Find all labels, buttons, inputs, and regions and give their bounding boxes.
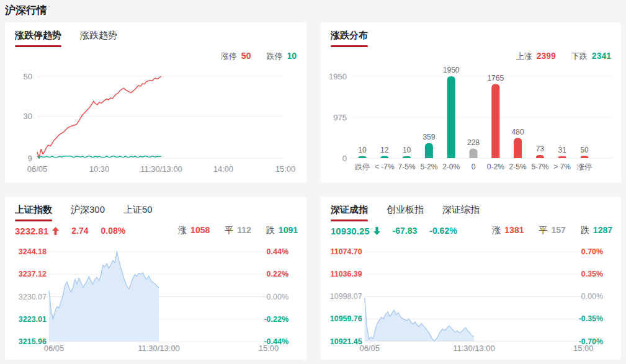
svg-text:10: 10	[358, 146, 367, 154]
svg-text:0.22%: 0.22%	[267, 270, 288, 278]
svg-text:1950: 1950	[329, 72, 347, 81]
tab-distribution[interactable]: 涨跌分布	[331, 30, 368, 47]
tab-szse-composite[interactable]: 深证综指	[442, 204, 480, 221]
tab-label: 上证50	[123, 204, 153, 215]
szse-change: -67.83	[393, 226, 418, 236]
tab-sse50[interactable]: 上证50	[123, 204, 153, 221]
svg-text:跌停: 跌停	[355, 162, 370, 171]
limit-down-label: 跌停	[266, 51, 282, 62]
svg-text:10921.45: 10921.45	[330, 337, 362, 346]
svg-text:06/05: 06/05	[27, 164, 48, 174]
svg-text:5-7%: 5-7%	[531, 162, 548, 171]
svg-text:0: 0	[472, 162, 476, 171]
svg-text:0-2%: 0-2%	[487, 162, 504, 171]
szse-stats-row: 10930.25 -67.83 -0.62% 涨 1381 平 157	[331, 225, 612, 236]
sse-change: 2.74	[71, 226, 88, 236]
svg-text:-0.35%: -0.35%	[579, 314, 603, 323]
limit-trend-legend: 涨停 50 跌停 10	[221, 51, 297, 62]
svg-text:10959.76: 10959.76	[330, 314, 362, 323]
svg-text:1765: 1765	[487, 74, 504, 82]
svg-text:1950: 1950	[443, 66, 460, 74]
market-dashboard: 沪深行情 涨跌停趋势 涨跌趋势 涨停 50 跌停 10 5030906/0510…	[0, 0, 626, 364]
svg-text:3237.12: 3237.12	[19, 270, 47, 278]
szse-advancers-count: 涨 1381	[492, 225, 524, 236]
svg-text:10: 10	[403, 146, 411, 154]
svg-text:-0.22%: -0.22%	[264, 315, 288, 324]
tab-label: 深证综指	[442, 204, 480, 215]
szse-change-pct: -0.62%	[429, 226, 457, 236]
svg-text:31: 31	[558, 146, 567, 154]
sse-price: 3232.81	[15, 226, 59, 236]
limit-down-value: 10	[287, 51, 297, 61]
panel-limit-trend: 涨跌停趋势 涨跌趋势 涨停 50 跌停 10 5030906/0510:3011…	[5, 22, 306, 183]
szse-tabs: 深证成指 创业板指 深证综指	[331, 204, 480, 221]
svg-text:480: 480	[512, 128, 524, 136]
decliners-value: 2341	[592, 51, 611, 61]
sse-tabs: 上证指数 沪深300 上证50	[15, 204, 153, 221]
svg-text:14:00: 14:00	[213, 164, 234, 174]
distribution-legend: 上涨 2399 下跌 2341	[516, 51, 611, 62]
up-arrow-icon	[52, 227, 59, 235]
tab-sse-index[interactable]: 上证指数	[15, 204, 52, 221]
svg-text:06/05: 06/05	[359, 344, 379, 353]
tab-label: 创业板指	[387, 204, 424, 215]
svg-text:359: 359	[423, 133, 435, 141]
sse-unchanged-count: 平 112	[225, 225, 251, 236]
distribution-tabs: 涨跌分布	[331, 30, 368, 47]
svg-text:涨停: 涨停	[576, 162, 592, 171]
decliners-label: 下跌	[571, 51, 588, 62]
svg-text:975: 975	[333, 113, 347, 122]
svg-text:7-5%: 7-5%	[398, 162, 416, 171]
limit-up-label: 涨停	[221, 51, 237, 62]
down-arrow-icon	[373, 227, 380, 235]
svg-text:50: 50	[24, 72, 32, 81]
svg-text:10998.07: 10998.07	[330, 292, 362, 301]
limit-up-value: 50	[241, 51, 251, 61]
svg-text:< -7%: < -7%	[375, 162, 395, 171]
svg-text:30: 30	[24, 112, 32, 121]
tab-label: 深证成指	[331, 204, 368, 215]
panel-szse-index: 深证成指 创业板指 深证综指 10930.25 -67.83	[321, 197, 621, 360]
svg-text:11:30/13:00: 11:30/13:00	[138, 344, 180, 353]
tab-label: 上证指数	[15, 204, 52, 215]
svg-text:06/05: 06/05	[44, 344, 65, 353]
page-title: 沪深行情	[5, 3, 47, 17]
svg-text:11:30/13:00: 11:30/13:00	[140, 164, 182, 174]
tab-csi300[interactable]: 沪深300	[71, 204, 105, 221]
svg-text:15:00: 15:00	[259, 344, 279, 353]
svg-text:0.00%: 0.00%	[581, 292, 603, 301]
tab-label: 涨跌分布	[331, 30, 368, 40]
svg-text:50: 50	[580, 146, 589, 154]
svg-text:5-2%: 5-2%	[420, 162, 437, 171]
svg-text:11074.70: 11074.70	[331, 247, 362, 256]
svg-text:73: 73	[536, 144, 545, 153]
svg-text:0.00%: 0.00%	[267, 293, 288, 301]
svg-text:0: 0	[342, 154, 347, 163]
svg-text:11036.39: 11036.39	[331, 270, 362, 278]
limit-trend-tabs: 涨跌停趋势 涨跌趋势	[15, 30, 117, 47]
tab-limit-up-down-trend[interactable]: 涨跌停趋势	[15, 30, 61, 47]
svg-text:0.70%: 0.70%	[581, 247, 603, 256]
tab-chinext[interactable]: 创业板指	[387, 204, 424, 221]
svg-text:0.35%: 0.35%	[581, 270, 603, 278]
tab-label: 涨跌停趋势	[15, 30, 61, 40]
svg-text:0.44%: 0.44%	[267, 247, 288, 256]
svg-text:9: 9	[28, 154, 32, 163]
advancers-label: 上涨	[516, 51, 532, 62]
svg-text:228: 228	[467, 138, 480, 147]
advancers-value: 2399	[537, 51, 556, 61]
sse-advancers-count: 涨 1058	[178, 225, 210, 236]
szse-decliners-count: 跌 1287	[581, 225, 612, 236]
tab-label: 涨跌趋势	[80, 30, 117, 40]
svg-text:15:00: 15:00	[573, 344, 593, 353]
tab-szse-component[interactable]: 深证成指	[331, 204, 368, 221]
sse-change-pct: 0.08%	[101, 226, 125, 236]
svg-text:10:30: 10:30	[89, 164, 110, 174]
svg-text:> 7%: > 7%	[553, 162, 571, 171]
svg-text:12: 12	[380, 146, 389, 154]
tab-label: 沪深300	[71, 204, 105, 215]
tab-up-down-trend[interactable]: 涨跌趋势	[80, 30, 117, 47]
svg-text:11:30/13:00: 11:30/13:00	[453, 344, 494, 353]
active-tab-underline	[15, 45, 61, 47]
svg-text:2-0%: 2-0%	[442, 162, 460, 171]
